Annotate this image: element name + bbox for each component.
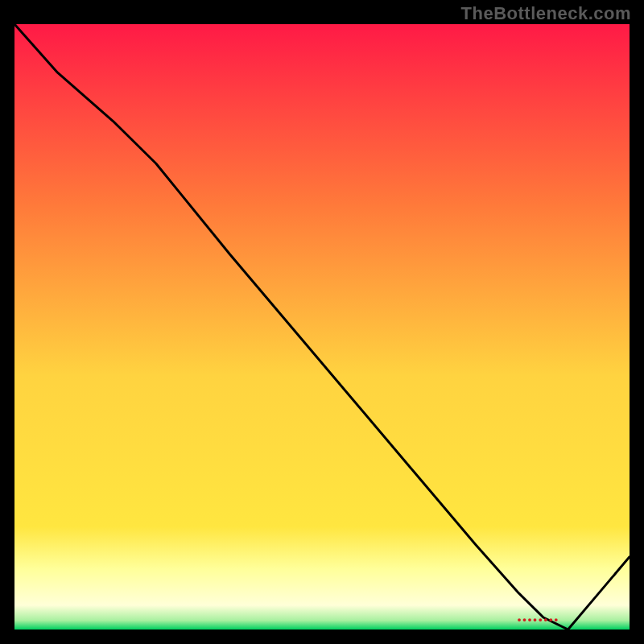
plot-inner: •••••••• [14,24,630,630]
bottleneck-curve [14,24,630,630]
x-axis-highlight-label: •••••••• [518,613,559,625]
chart-container: TheBottleneck.com [0,0,644,644]
curve-layer [14,24,630,630]
watermark-text: TheBottleneck.com [461,3,631,24]
plot-area: •••••••• [14,24,630,630]
